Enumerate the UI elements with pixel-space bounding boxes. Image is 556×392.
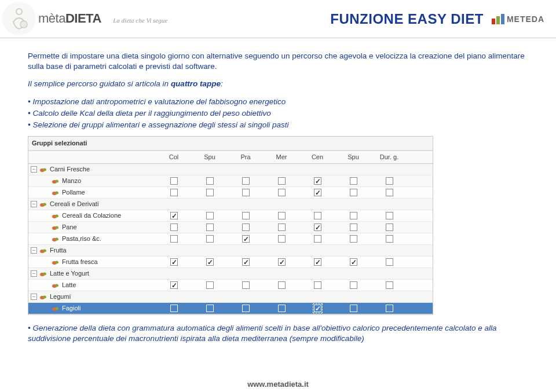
tree-item-row[interactable]: Pane — [28, 222, 433, 233]
svg-point-13 — [55, 226, 58, 229]
tree-item-row[interactable]: Frutta fresca — [28, 257, 433, 268]
bullet-item: Calcolo delle Kcal della dieta per il ra… — [28, 108, 528, 119]
meal-checkbox[interactable] — [386, 281, 393, 289]
meal-checkbox[interactable] — [386, 305, 393, 312]
meal-checkbox[interactable] — [278, 258, 286, 266]
meal-checkbox[interactable] — [206, 224, 214, 231]
meal-checkbox[interactable] — [350, 281, 357, 289]
meal-checkbox[interactable] — [206, 177, 214, 185]
tree-group-row[interactable]: −Latte e Yogurt — [28, 268, 433, 280]
meal-checkbox[interactable] — [170, 305, 178, 312]
meal-checkbox[interactable] — [386, 212, 393, 219]
tree-collapse-icon[interactable]: − — [31, 201, 37, 207]
meal-checkbox[interactable] — [170, 281, 178, 289]
meal-checkbox[interactable] — [278, 177, 286, 185]
row-label: Carni Fresche — [50, 165, 90, 174]
meal-checkbox[interactable] — [242, 281, 250, 289]
page-title: FUNZIONE EASY DIET — [330, 11, 484, 27]
meal-checkbox[interactable] — [278, 305, 286, 312]
meal-checkbox[interactable] — [242, 258, 250, 266]
meal-checkbox[interactable] — [350, 189, 357, 196]
meal-checkbox[interactable] — [386, 177, 393, 185]
tree-item-row[interactable]: Latte — [28, 280, 433, 291]
meal-checkbox[interactable] — [242, 177, 250, 185]
meal-checkbox[interactable] — [170, 177, 178, 185]
tree-group-row[interactable]: −Carni Fresche — [28, 164, 433, 175]
meal-checkbox[interactable] — [350, 235, 357, 243]
svg-point-27 — [55, 307, 58, 310]
meal-checkbox[interactable] — [314, 305, 321, 312]
row-label: Latte — [62, 281, 76, 290]
meal-checkbox[interactable] — [314, 212, 321, 219]
tree-collapse-icon[interactable]: − — [31, 166, 37, 173]
meal-checkbox[interactable] — [242, 235, 250, 243]
meal-checkbox[interactable] — [314, 224, 321, 231]
meal-checkbox[interactable] — [170, 224, 178, 231]
tree-group-row[interactable]: −Frutta — [28, 245, 433, 257]
footer-url: www.metadieta.it — [0, 380, 556, 389]
tree-item-row[interactable]: Pasta,riso &c. — [28, 233, 433, 245]
row-label: Pasta,riso &c. — [62, 235, 101, 243]
svg-point-9 — [43, 203, 46, 206]
tree-item-row[interactable]: Cereali da Colazione — [28, 210, 433, 222]
meal-checkbox[interactable] — [278, 235, 286, 243]
meal-checkbox[interactable] — [170, 258, 178, 266]
tree-item-row[interactable]: Fagioli — [28, 303, 433, 314]
bullet-item: Impostazione dati antropometrici e valut… — [28, 97, 528, 107]
tree-item-row[interactable]: Pollame — [28, 187, 433, 199]
meal-checkbox[interactable] — [386, 224, 393, 231]
meal-checkbox[interactable] — [350, 224, 357, 231]
meal-checkbox[interactable] — [170, 212, 178, 219]
meal-checkbox[interactable] — [242, 305, 250, 312]
meal-checkbox[interactable] — [386, 258, 393, 266]
svg-point-25 — [43, 295, 46, 298]
meal-checkbox[interactable] — [278, 281, 286, 289]
meal-checkbox[interactable] — [314, 281, 321, 289]
bullets-top: Impostazione dati antropometrici e valut… — [28, 97, 528, 131]
food-icon — [52, 224, 60, 231]
svg-point-3 — [43, 168, 46, 171]
food-icon — [39, 201, 47, 208]
food-icon — [39, 247, 47, 254]
meal-checkbox[interactable] — [278, 189, 286, 196]
brand-illustration — [2, 2, 36, 35]
meal-checkbox[interactable] — [386, 189, 393, 196]
meal-checkbox[interactable] — [314, 258, 321, 266]
meal-checkbox[interactable] — [242, 224, 250, 231]
tree-group-row[interactable]: −Legumi — [28, 291, 433, 303]
bullet-item: Selezione dei gruppi alimentari e assegn… — [28, 120, 528, 130]
row-label: Latte e Yogurt — [50, 269, 89, 278]
meal-checkbox[interactable] — [350, 212, 357, 219]
meal-checkbox[interactable] — [242, 212, 250, 219]
row-label: Cereali e Derivati — [50, 200, 98, 208]
column-header: Spu — [335, 151, 371, 163]
food-icon — [52, 259, 60, 266]
tree-group-row[interactable]: −Cereali e Derivati — [28, 199, 433, 210]
meal-checkbox[interactable] — [206, 305, 214, 312]
meal-checkbox[interactable] — [278, 212, 286, 219]
meal-checkbox[interactable] — [350, 177, 357, 185]
meal-checkbox[interactable] — [314, 189, 321, 196]
tagline: La dieta che Vi segue — [113, 17, 167, 24]
tree-collapse-icon[interactable]: − — [31, 294, 37, 300]
tree-item-row[interactable]: Manzo — [28, 175, 433, 187]
food-icon — [52, 282, 60, 289]
meal-checkbox[interactable] — [314, 235, 321, 243]
tree-collapse-icon[interactable]: − — [31, 270, 37, 277]
meal-checkbox[interactable] — [170, 189, 178, 196]
brand-text: mètaDIETA — [38, 11, 101, 25]
tree-collapse-icon[interactable]: − — [31, 247, 37, 254]
meal-checkbox[interactable] — [206, 235, 214, 243]
meal-checkbox[interactable] — [206, 258, 214, 266]
meal-checkbox[interactable] — [206, 281, 214, 289]
meal-checkbox[interactable] — [386, 235, 393, 243]
panel-title: Gruppi selezionati — [28, 137, 433, 151]
meal-checkbox[interactable] — [242, 189, 250, 196]
meal-checkbox[interactable] — [206, 212, 214, 219]
meal-checkbox[interactable] — [350, 258, 357, 266]
meal-checkbox[interactable] — [314, 177, 321, 185]
meal-checkbox[interactable] — [206, 189, 214, 196]
meal-checkbox[interactable] — [278, 224, 286, 231]
meal-checkbox[interactable] — [170, 235, 178, 243]
meal-checkbox[interactable] — [350, 305, 357, 312]
